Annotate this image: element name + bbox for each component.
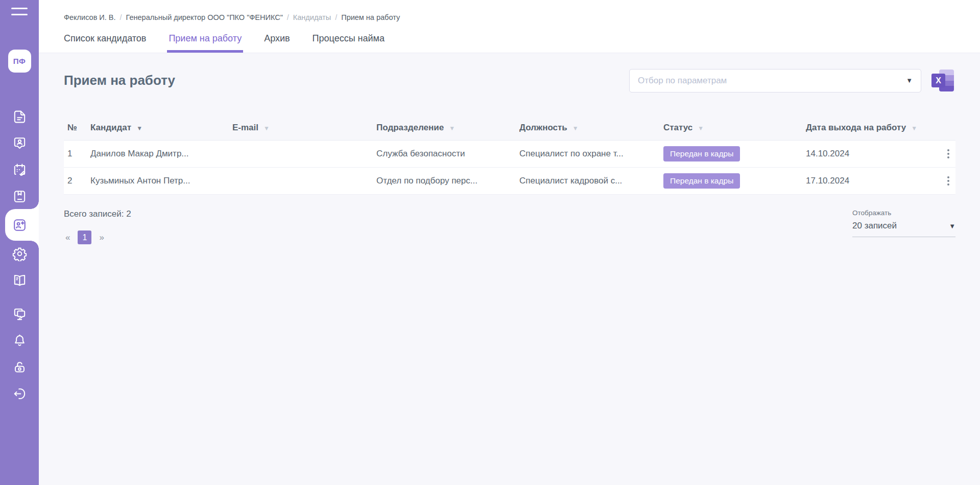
header-actions: ▼ X [629, 68, 955, 93]
row-actions-menu-icon[interactable] [941, 173, 955, 189]
pagination-next-button[interactable]: » [98, 233, 105, 243]
cell-start-date: 14.10.2024 [802, 149, 937, 159]
column-header-email[interactable]: E-mail▼ [229, 123, 373, 133]
breadcrumb-separator: / [335, 13, 337, 21]
sidebar-item-documents[interactable] [0, 103, 39, 130]
excel-x-icon: X [931, 74, 945, 87]
column-header-num: № [64, 123, 87, 133]
table-header-row: № Кандидат▼ E-mail▼ Подразделение▼ Должн… [64, 115, 955, 141]
cell-num: 1 [64, 149, 87, 159]
page-size-select: Отображать 20 записей ▼ [852, 209, 955, 237]
archive-icon [12, 189, 27, 204]
sort-icon: ▼ [911, 125, 917, 132]
cell-status: Передан в кадры [660, 173, 802, 189]
app-logo: ПФ [8, 50, 31, 73]
cell-department: Отдел по подбору перс... [373, 176, 516, 186]
column-header-candidate[interactable]: Кандидат▼ [87, 123, 229, 133]
breadcrumb-separator: / [287, 13, 289, 21]
page-size-label: Отображать [852, 209, 955, 217]
breadcrumb-separator: / [120, 13, 122, 21]
contact-badge-icon [12, 136, 27, 151]
bell-icon [12, 333, 27, 348]
pagination: « 1 » [64, 230, 131, 244]
breadcrumb-current: Прием на работу [341, 13, 400, 21]
column-header-status[interactable]: Статус▼ [660, 123, 802, 133]
table-row[interactable]: 2 Кузьминых Антон Петр... Отдел по подбо… [64, 168, 955, 195]
chat-support-icon [12, 307, 27, 321]
page-title: Прием на работу [64, 73, 175, 88]
lock-open-icon [12, 360, 27, 375]
column-header-start-date[interactable]: Дата выхода на работу▼ [802, 123, 937, 133]
menu-icon[interactable] [11, 8, 28, 20]
row-actions-menu-icon[interactable] [941, 146, 955, 161]
filter-params-input[interactable] [638, 76, 898, 86]
app-window: ПФ [0, 0, 980, 485]
sidebar: ПФ [0, 0, 39, 485]
sidebar-item-settings[interactable] [0, 240, 39, 267]
cell-candidate: Кузьминых Антон Петр... [87, 176, 229, 186]
sidebar-item-calendar[interactable] [0, 156, 39, 183]
breadcrumb-candidates[interactable]: Кандидаты [293, 13, 331, 21]
sidebar-item-lock[interactable] [0, 354, 39, 380]
cell-department: Служба безопасности [373, 149, 516, 159]
tab-bar: Список кандидатов Прием на работу Архив … [64, 33, 955, 53]
document-icon [12, 109, 27, 124]
export-excel-button[interactable]: X [931, 68, 955, 93]
tab-hiring[interactable]: Прием на работу [169, 33, 242, 53]
dropdown-arrow-icon: ▼ [949, 222, 955, 230]
cell-start-date: 17.10.2024 [802, 176, 937, 186]
cell-position: Специалист кадровой с... [516, 176, 660, 186]
sort-icon: ▼ [698, 125, 704, 132]
hiring-table: № Кандидат▼ E-mail▼ Подразделение▼ Должн… [64, 115, 955, 195]
cell-status: Передан в кадры [660, 146, 802, 161]
cell-candidate: Данилов Макар Дмитр... [87, 149, 229, 159]
top-bar: Феклисов И. В. / Генеральный директор ОО… [39, 0, 980, 53]
sidebar-item-handbook[interactable] [0, 267, 39, 293]
sidebar-item-contacts[interactable] [0, 130, 39, 156]
main-area: Феклисов И. В. / Генеральный директор ОО… [39, 0, 980, 485]
table-row[interactable]: 1 Данилов Макар Дмитр... Служба безопасн… [64, 141, 955, 168]
logout-icon [12, 386, 27, 401]
status-badge: Передан в кадры [663, 173, 740, 189]
sidebar-item-hiring[interactable] [0, 210, 39, 240]
cell-position: Специалист по охране т... [516, 149, 660, 159]
sidebar-item-support[interactable] [0, 301, 39, 327]
book-icon [12, 273, 27, 288]
page-content: Прием на работу ▼ X № [39, 53, 980, 485]
page-size-dropdown[interactable]: 20 записей ▼ [852, 221, 955, 237]
column-header-position[interactable]: Должность▼ [516, 123, 660, 133]
user-add-icon [12, 218, 27, 233]
sidebar-nav [0, 103, 39, 407]
sidebar-item-logout[interactable] [0, 380, 39, 407]
total-records-label: Всего записей: 2 [64, 209, 131, 219]
breadcrumb-user[interactable]: Феклисов И. В. [64, 13, 116, 21]
sort-icon: ▼ [449, 125, 455, 132]
sort-icon: ▼ [136, 125, 142, 132]
calendar-edit-icon [12, 163, 27, 177]
tab-candidate-list[interactable]: Список кандидатов [64, 33, 146, 53]
sidebar-item-notifications[interactable] [0, 327, 39, 354]
cell-num: 2 [64, 176, 87, 186]
column-header-department[interactable]: Подразделение▼ [373, 123, 516, 133]
pagination-page-1[interactable]: 1 [78, 230, 91, 244]
filter-params-select[interactable]: ▼ [629, 69, 921, 93]
tab-hiring-processes[interactable]: Процессы найма [313, 33, 385, 53]
page-size-value: 20 записей [852, 221, 897, 231]
sort-icon: ▼ [264, 125, 270, 132]
sort-icon: ▼ [572, 125, 579, 132]
breadcrumb-role[interactable]: Генеральный директор ООО "ПКО "ФЕНИКС" [126, 13, 283, 21]
pagination-prev-button[interactable]: « [64, 233, 71, 243]
table-footer: Всего записей: 2 « 1 » Отображать 20 зап… [64, 209, 955, 244]
breadcrumb: Феклисов И. В. / Генеральный директор ОО… [64, 13, 955, 21]
gear-icon [12, 246, 27, 261]
page-header: Прием на работу ▼ X [64, 68, 955, 93]
dropdown-arrow-icon: ▼ [906, 77, 913, 84]
tab-archive[interactable]: Архив [264, 33, 290, 53]
status-badge: Передан в кадры [663, 146, 740, 161]
footer-left: Всего записей: 2 « 1 » [64, 209, 131, 244]
